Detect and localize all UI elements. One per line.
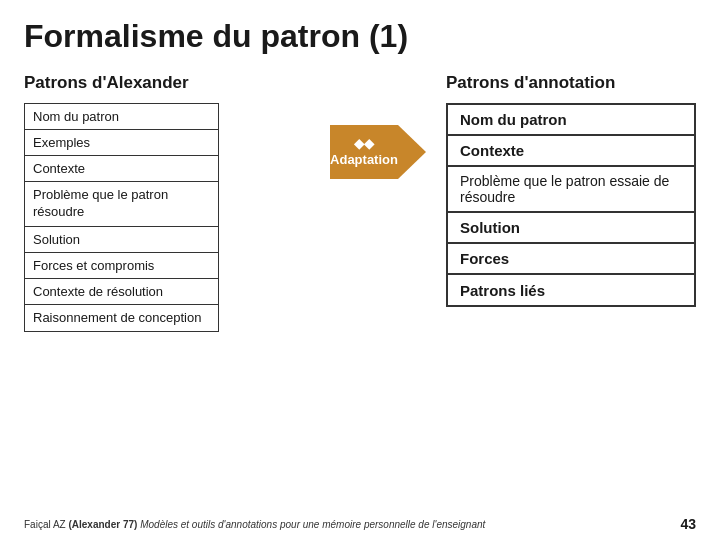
arrow-text: ◆◆ Adaptation xyxy=(330,136,398,167)
arrow-container: ◆◆ Adaptation xyxy=(330,125,426,179)
page: Formalisme du patron (1) Patrons d'Alexa… xyxy=(0,0,720,540)
patron-row-probleme: Problème que le patronrésoudre xyxy=(25,182,218,227)
patron-row-contexte-res: Contexte de résolution xyxy=(25,279,218,305)
page-title: Formalisme du patron (1) xyxy=(24,18,696,55)
right-col-header: Patrons d'annotation xyxy=(446,73,696,93)
footer: Faiçal AZ (Alexander 77) Modèles et outi… xyxy=(0,516,720,532)
arrow-head xyxy=(398,125,426,179)
patron-row-forces: Forces et compromis xyxy=(25,253,218,279)
right-column: Patrons d'annotation Nom du patron Conte… xyxy=(446,73,696,307)
annotation-row-probleme: Problème que le patron essaie de résoudr… xyxy=(448,167,694,213)
patron-row-contexte: Contexte xyxy=(25,156,218,182)
annotation-box: Nom du patron Contexte Problème que le p… xyxy=(446,103,696,307)
patron-row-exemples: Exemples xyxy=(25,130,218,156)
annotation-row-patrons-lies: Patrons liés xyxy=(448,275,694,305)
annotation-row-nom: Nom du patron xyxy=(448,105,694,136)
patron-row-nom: Nom du patron xyxy=(25,104,218,130)
patron-alexander-box: Nom du patron Exemples Contexte Problème… xyxy=(24,103,219,332)
annotation-row-solution: Solution xyxy=(448,213,694,244)
footer-bold: (Alexander 77) xyxy=(68,519,137,530)
footer-italic: Modèles et outils d'annotations pour une… xyxy=(140,519,485,530)
annotation-row-forces: Forces xyxy=(448,244,694,275)
left-col-header: Patrons d'Alexander xyxy=(24,73,344,93)
annotation-row-contexte: Contexte xyxy=(448,136,694,167)
footer-page-number: 43 xyxy=(680,516,696,532)
left-column: Patrons d'Alexander Nom du patron Exempl… xyxy=(24,73,344,332)
patron-row-solution: Solution xyxy=(25,227,218,253)
patron-row-raisonnement: Raisonnement de conception xyxy=(25,305,218,331)
arrow-body: ◆◆ Adaptation xyxy=(330,125,398,179)
footer-author: Faiçal AZ xyxy=(24,519,66,530)
arrow-shape: ◆◆ Adaptation xyxy=(330,125,426,179)
footer-left: Faiçal AZ (Alexander 77) Modèles et outi… xyxy=(24,519,485,530)
arrow-label: Adaptation xyxy=(330,152,398,167)
columns-container: Patrons d'Alexander Nom du patron Exempl… xyxy=(24,73,696,332)
arrow-symbol: ◆◆ xyxy=(354,136,374,151)
